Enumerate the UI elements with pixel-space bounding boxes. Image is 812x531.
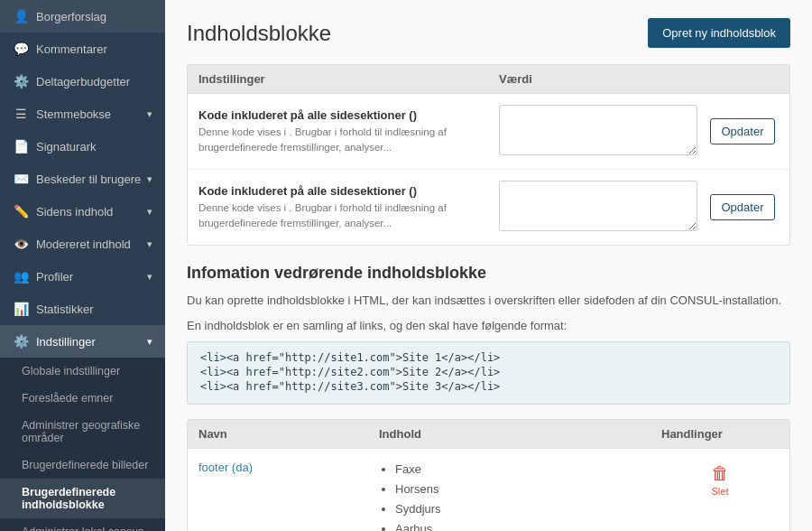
sidebar-item-kommentarer[interactable]: 💬 Kommentarer xyxy=(0,33,165,65)
deltagerbudgetter-icon: ⚙️ xyxy=(13,74,29,88)
sidebar-item-borgerforslag[interactable]: 👤 Borgerforslag xyxy=(0,0,165,33)
sidebar-item-indstillinger[interactable]: ⚙️ Indstillinger ▾ xyxy=(0,325,165,358)
sidebar-item-signaturark[interactable]: 📄 Signaturark xyxy=(0,130,165,163)
sidebar-sub-item[interactable]: Administrer geografiske områder xyxy=(0,412,165,452)
settings-value-0 xyxy=(499,105,697,158)
info-text-2: En indholdsblok er en samling af links, … xyxy=(187,317,790,335)
kommentarer-icon: 💬 xyxy=(13,42,29,56)
update-button-1[interactable]: Opdater xyxy=(710,194,776,220)
settings-table-header: Indstillinger Værdi xyxy=(188,65,789,94)
row-link-0[interactable]: footer (da) xyxy=(198,461,253,474)
settings-action-0: Opdater xyxy=(697,118,779,144)
settings-label-0: Kode inkluderet på alle sidesektioner ()… xyxy=(198,108,499,154)
stemmebokse-chevron-icon: ▾ xyxy=(147,108,152,120)
trash-icon: 🗑 xyxy=(711,463,729,484)
sidebar: 👤 Borgerforslag 💬 Kommentarer ⚙️ Deltage… xyxy=(0,0,165,531)
code-line: <li><a href="http://site3.com">Site 3</a… xyxy=(200,380,777,393)
beskeder-chevron-icon: ▾ xyxy=(147,173,152,185)
settings-row-0: Kode inkluderet på alle sidesektioner ()… xyxy=(188,94,789,170)
indstillinger-icon: ⚙️ xyxy=(13,334,29,349)
row-name-0: footer (da) xyxy=(198,460,379,474)
modereret-indhold-icon: 👁️ xyxy=(13,237,29,251)
data-table: Navn Indhold Handlinger footer (da) Faxe… xyxy=(187,419,790,531)
sidebar-sub-item[interactable]: Administrer lokal census data xyxy=(0,518,165,531)
sidebar-item-beskeder[interactable]: ✉️ Beskeder til brugere ▾ xyxy=(0,163,165,195)
sidebar-sub-item[interactable]: Brugerdefinerede billeder xyxy=(0,452,165,479)
col-content-label: Indhold xyxy=(379,427,661,441)
signaturark-icon: 📄 xyxy=(13,139,29,154)
settings-label-1: Kode inkluderet på alle sidesektioner ()… xyxy=(198,184,499,229)
new-block-button[interactable]: Opret ny indholdsblok xyxy=(648,18,790,48)
profiler-chevron-icon: ▾ xyxy=(147,271,152,283)
sidens-indhold-chevron-icon: ▾ xyxy=(147,206,152,218)
profiler-icon: 👥 xyxy=(13,269,29,284)
sidens-indhold-icon: ✏️ xyxy=(13,204,29,219)
indstillinger-chevron-icon: ▾ xyxy=(147,336,152,348)
sidebar-item-sidens-indhold[interactable]: ✏️ Sidens indhold ▾ xyxy=(0,195,165,228)
info-section-title: Infomation vedrørende indholdsblokke xyxy=(187,264,790,283)
page-header: Indholdsblokke Opret ny indholdsblok xyxy=(187,18,790,48)
code-block: <li><a href="http://site1.com">Site 1</a… xyxy=(187,341,790,405)
sidebar-item-profiler[interactable]: 👥 Profiler ▾ xyxy=(0,260,165,293)
main-content: Indholdsblokke Opret ny indholdsblok Ind… xyxy=(165,0,812,531)
sidebar-item-modereret-indhold[interactable]: 👁️ Modereret indhold ▾ xyxy=(0,228,165,260)
modereret-indhold-chevron-icon: ▾ xyxy=(147,238,152,250)
code-line: <li><a href="http://site2.com">Site 2</a… xyxy=(200,366,777,378)
sidebar-item-stemmebokse[interactable]: ☰ Stemmebokse ▾ xyxy=(0,98,165,130)
borgerforslag-icon: 👤 xyxy=(13,9,29,23)
table-row: footer (da) FaxeHorsensSyddjursAarhus 🗑 … xyxy=(188,449,789,531)
row-actions-0: 🗑 Slet xyxy=(661,460,779,500)
settings-textarea-1[interactable] xyxy=(499,181,697,231)
row-content-0: FaxeHorsensSyddjursAarhus xyxy=(379,460,661,531)
settings-value-1 xyxy=(499,181,697,234)
delete-button-0[interactable]: 🗑 Slet xyxy=(707,460,733,500)
sidebar-sub-item[interactable]: Brugerdefinerede indholdsblokke xyxy=(0,479,165,518)
code-line: <li><a href="http://site1.com">Site 1</a… xyxy=(200,351,777,364)
data-table-header: Navn Indhold Handlinger xyxy=(188,420,789,449)
sidebar-item-statistikker[interactable]: 📊 Statistikker xyxy=(0,293,165,325)
sidebar-sub-indstillinger: Globale indstillingerForeslåede emnerAdm… xyxy=(0,358,165,531)
settings-textarea-0[interactable] xyxy=(499,105,697,155)
update-button-0[interactable]: Opdater xyxy=(710,118,776,144)
info-text-1: Du kan oprette indholdsblokke i HTML, de… xyxy=(187,292,790,310)
col-actions-label: Handlinger xyxy=(661,427,779,441)
stemmebokse-icon: ☰ xyxy=(13,107,29,121)
settings-table: Indstillinger Værdi Kode inkluderet på a… xyxy=(187,64,790,246)
settings-action-1: Opdater xyxy=(697,194,779,220)
settings-row-1: Kode inkluderet på alle sidesektioner ()… xyxy=(188,170,789,245)
sidebar-item-deltagerbudgetter[interactable]: ⚙️ Deltagerbudgetter xyxy=(0,65,165,98)
col-value-label: Værdi xyxy=(499,72,697,86)
sidebar-sub-item[interactable]: Foreslåede emner xyxy=(0,385,165,412)
col-name-label: Navn xyxy=(198,427,379,441)
col-settings-label: Indstillinger xyxy=(198,72,499,86)
page-title: Indholdsblokke xyxy=(187,21,331,46)
sidebar-sub-item[interactable]: Globale indstillinger xyxy=(0,358,165,385)
beskeder-icon: ✉️ xyxy=(13,172,29,186)
statistikker-icon: 📊 xyxy=(13,302,29,316)
